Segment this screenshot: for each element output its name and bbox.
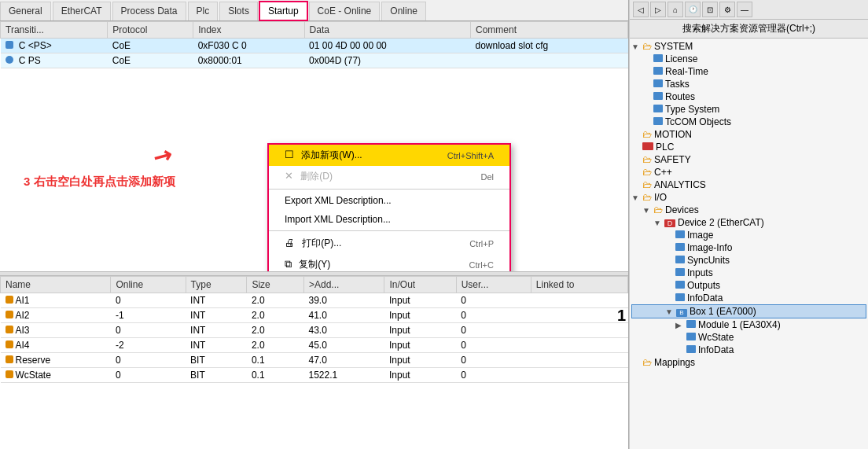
right-panel: ◁ ▷ ⌂ 🕐 ⊡ ⚙ — 搜索解决方案资源管理器(Ctrl+;) ▼🗁SYST… (629, 0, 868, 449)
tree-container[interactable]: ▼🗁SYSTEMLicenseReal-TimeTasksRoutesType … (630, 39, 868, 449)
cell-addr: 43.0 (303, 323, 384, 338)
tree-label: Mappings (654, 357, 695, 368)
tree-toggle[interactable]: ▼ (642, 206, 653, 215)
col-user: User... (456, 277, 531, 293)
tree-item[interactable]: 🗁C++ (631, 166, 866, 178)
cell-transition: C PS (1, 53, 108, 68)
tab-online[interactable]: Online (381, 2, 426, 20)
tree-item[interactable]: License (631, 53, 866, 65)
tree-label: Tasks (665, 79, 690, 90)
cell-addr: 39.0 (303, 293, 384, 308)
col-index: Index (193, 22, 304, 39)
col-online: Online (111, 277, 186, 293)
tree-item[interactable]: Real-Time (631, 65, 866, 78)
tree-toggle[interactable]: ▶ (675, 321, 686, 329)
table-row[interactable]: AI3 0 INT 2.0 43.0 Input 0 (1, 323, 628, 338)
cell-name: AI2 (1, 308, 111, 323)
tree-label: Module 1 (EA30X4) (698, 319, 781, 330)
tab-processdata[interactable]: Process Data (112, 2, 186, 20)
col-addr: >Add... (303, 277, 384, 293)
cell-inout: Input (384, 323, 456, 338)
tree-item[interactable]: 🗁MOTION (631, 128, 866, 141)
tree-item[interactable]: Type System (631, 103, 866, 116)
tree-toggle[interactable]: ▼ (665, 307, 676, 316)
cell-addr: 41.0 (303, 308, 384, 323)
cell-online: 0 (111, 353, 186, 368)
tree-label: SYSTEM (654, 41, 693, 52)
ctx-import-xml[interactable]: Import XML Description... (269, 210, 509, 229)
tree-label: InfoData (698, 344, 734, 355)
toolbar-home[interactable]: ⌂ (668, 2, 683, 17)
item-icon (675, 267, 685, 278)
ctx-add-new[interactable]: ☐ 添加新项(W)... Ctrl+Shift+A (269, 145, 509, 166)
tree-label: Device 2 (EtherCAT) (678, 217, 764, 228)
cell-addr: 45.0 (303, 338, 384, 353)
cell-user: 0 (456, 323, 531, 338)
startup-table: Transiti... Protocol Index Data Comment … (0, 21, 628, 68)
tree-item[interactable]: Outputs (631, 279, 866, 292)
cell-linked (531, 308, 627, 323)
tab-startup[interactable]: Startup (259, 2, 307, 20)
ctx-export-xml[interactable]: Export XML Description... (269, 191, 509, 210)
tab-slots[interactable]: Slots (219, 2, 258, 20)
lower-table: Name Online Type Size >Add... In/Out Use… (0, 276, 628, 383)
table-row[interactable]: AI1 0 INT 2.0 39.0 Input 0 (1, 293, 628, 308)
right-panel-title: 搜索解决方案资源管理器(Ctrl+;) (630, 20, 868, 39)
tree-item[interactable]: SyncUnits (631, 254, 866, 267)
folder-icon: 🗁 (642, 167, 652, 178)
toolbar-forward[interactable]: ▷ (650, 2, 666, 17)
tree-label: Routes (665, 91, 695, 102)
cell-online: 0 (111, 293, 186, 308)
ctx-copy[interactable]: ⧉ 复制(Y) Ctrl+C (269, 254, 509, 271)
tree-item[interactable]: TcCOM Objects (631, 116, 866, 128)
toolbar-settings[interactable]: ⚙ (719, 2, 735, 17)
tree-item[interactable]: 🗁ANALYTICS (631, 178, 866, 191)
table-row[interactable]: AI2 -1 INT 2.0 41.0 Input 0 (1, 308, 628, 323)
tab-coe-online[interactable]: CoE - Online (309, 2, 381, 20)
col-linked: Linked to (531, 277, 627, 293)
tree-item[interactable]: WcState (631, 331, 866, 344)
ctx-print[interactable]: 🖨 打印(P)... Ctrl+P (269, 233, 509, 254)
tree-item[interactable]: Image (631, 229, 866, 241)
tab-general[interactable]: General (0, 2, 51, 20)
tree-item[interactable]: ▼🗁Devices (631, 204, 866, 216)
cell-inout: Input (384, 308, 456, 323)
tree-item[interactable]: 🗁Mappings (631, 356, 866, 369)
toolbar-back[interactable]: ◁ (633, 2, 649, 17)
table-row[interactable]: AI4 -2 INT 2.0 45.0 Input 0 (1, 338, 628, 353)
tree-item[interactable]: ▼DDevice 2 (EtherCAT) (631, 216, 866, 229)
toolbar-window[interactable]: ⊡ (702, 2, 718, 17)
toolbar-clock[interactable]: 🕐 (685, 2, 701, 17)
item-icon (653, 66, 663, 77)
table-row[interactable]: C <PS> CoE 0xF030 C 0 01 00 4D 00 00 00 … (1, 39, 628, 53)
tree-item[interactable]: InfoData (631, 344, 866, 356)
tree-item[interactable]: Inputs (631, 267, 866, 279)
tree-item[interactable]: Tasks (631, 78, 866, 90)
cell-index: 0x8000:01 (193, 53, 304, 68)
cell-index: 0xF030 C 0 (193, 39, 304, 53)
tree-item[interactable]: Routes (631, 90, 866, 103)
tree-item[interactable]: ▼BBox 1 (EA7000) (631, 304, 866, 318)
item-icon (653, 53, 663, 64)
tree-item[interactable]: ▶Module 1 (EA30X4) (631, 318, 866, 331)
copy-icon: ⧉ (285, 258, 292, 270)
table-row[interactable]: C PS CoE 0x8000:01 0x004D (77) (1, 53, 628, 68)
table-row[interactable]: WcState 0 BIT 0.1 1522.1 Input 0 (1, 368, 628, 383)
col-inout: In/Out (384, 277, 456, 293)
tree-toggle[interactable]: ▼ (653, 219, 664, 227)
toolbar-minimize[interactable]: — (737, 2, 752, 17)
table-row[interactable]: Reserve 0 BIT 0.1 47.0 Input 0 (1, 353, 628, 368)
lower-table-area[interactable]: Name Online Type Size >Add... In/Out Use… (0, 276, 628, 449)
tab-ethercat[interactable]: EtherCAT (53, 2, 111, 20)
tree-item[interactable]: ▼🗁SYSTEM (631, 40, 866, 53)
tree-toggle[interactable]: ▼ (631, 193, 642, 202)
tree-toggle[interactable]: ▼ (631, 42, 642, 51)
tab-plc[interactable]: Plc (188, 2, 219, 20)
tree-item[interactable]: ▼🗁I/O (631, 191, 866, 204)
tree-item[interactable]: Image-Info (631, 241, 866, 254)
tree-item[interactable]: PLC (631, 141, 866, 153)
cell-name: WcState (1, 368, 111, 383)
tree-item[interactable]: InfoData (631, 292, 866, 304)
cell-linked (531, 353, 627, 368)
tree-item[interactable]: 🗁SAFETY (631, 153, 866, 166)
